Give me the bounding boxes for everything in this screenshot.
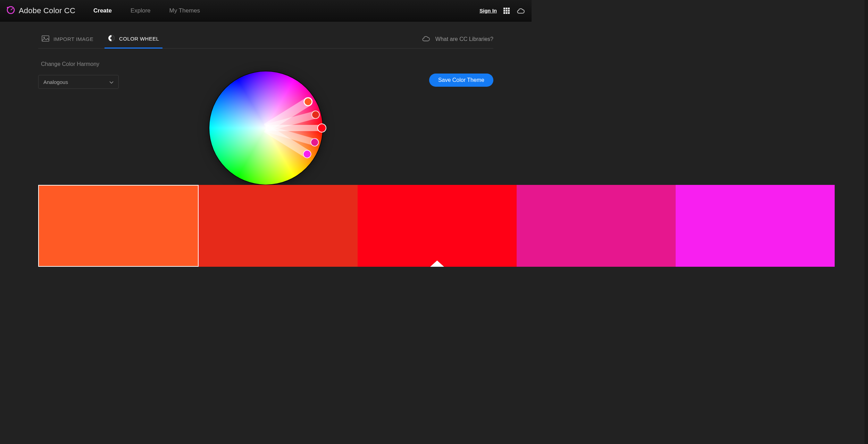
brand-title: Adobe Color CC — [19, 6, 75, 15]
chevron-down-icon — [109, 79, 114, 85]
creative-cloud-icon[interactable] — [516, 7, 525, 14]
svg-line-2 — [11, 8, 13, 10]
harmony-rule-select[interactable]: Analogous — [38, 75, 119, 89]
nav-my-themes[interactable]: My Themes — [169, 7, 200, 14]
color-wheel-container — [209, 71, 323, 185]
svg-rect-5 — [508, 8, 510, 9]
cc-libraries-help-link[interactable]: What are CC Libraries? — [422, 35, 493, 43]
tab-import-label: IMPORT IMAGE — [53, 36, 93, 42]
app-switcher-icon[interactable] — [503, 7, 510, 14]
color-wheel-icon — [108, 35, 115, 43]
nav-create[interactable]: Create — [93, 7, 112, 14]
svg-rect-11 — [508, 12, 510, 14]
mode-tabbar: IMPORT IMAGE COLOR WHEEL What are CC Lib… — [38, 30, 493, 49]
creative-cloud-outline-icon — [422, 35, 431, 43]
save-theme-button[interactable]: Save Color Theme — [429, 74, 493, 87]
swatch-2[interactable] — [199, 185, 358, 267]
harmony-rule-value: Analogous — [43, 79, 68, 85]
svg-rect-7 — [506, 10, 508, 11]
harmony-label: Change Color Harmony — [41, 61, 493, 67]
svg-rect-3 — [503, 8, 505, 9]
tab-color-wheel[interactable]: COLOR WHEEL — [105, 30, 162, 49]
swatch-4[interactable] — [517, 185, 532, 267]
swatch-row — [38, 185, 532, 267]
main-panel: Change Color Harmony Analogous Save Colo… — [38, 61, 493, 89]
swatch-3[interactable] — [358, 185, 517, 267]
svg-rect-9 — [503, 12, 505, 14]
nav-explore[interactable]: Explore — [131, 7, 151, 14]
app-header: Adobe Color CC Create Explore My Themes … — [0, 0, 532, 22]
tab-import-image[interactable]: IMPORT IMAGE — [38, 30, 97, 49]
cc-libraries-help-label: What are CC Libraries? — [435, 36, 493, 42]
svg-point-13 — [43, 37, 45, 38]
svg-point-1 — [7, 7, 9, 8]
main-nav: Create Explore My Themes — [93, 7, 200, 14]
svg-rect-10 — [506, 12, 508, 14]
signin-link[interactable]: Sign In — [479, 8, 497, 14]
svg-point-15 — [110, 37, 113, 40]
base-color-indicator-icon — [430, 261, 444, 267]
image-icon — [42, 35, 49, 43]
header-right: Sign In — [479, 7, 525, 14]
svg-rect-6 — [503, 10, 505, 11]
tab-wheel-label: COLOR WHEEL — [119, 36, 159, 42]
brand-block: Adobe Color CC — [6, 6, 75, 16]
svg-rect-8 — [508, 10, 510, 11]
brand-logo-icon — [6, 6, 15, 16]
swatch-1[interactable] — [38, 185, 199, 267]
svg-rect-4 — [506, 8, 508, 9]
color-wheel[interactable] — [209, 71, 323, 185]
